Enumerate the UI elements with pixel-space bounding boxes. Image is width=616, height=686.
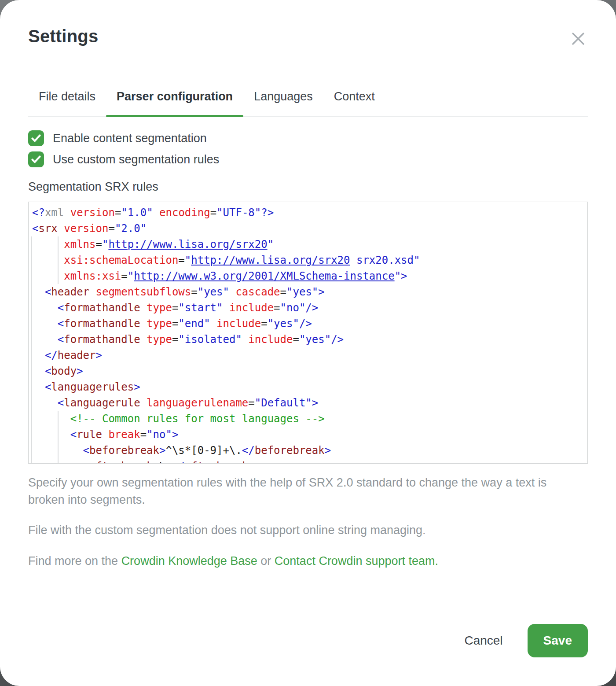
code-line: xsi:schemaLocation="http://www.lisa.org/…: [32, 252, 584, 268]
help-text-online-managing: File with the custom segmentation does n…: [28, 522, 565, 539]
code-content[interactable]: <?xml version="1.0" encoding="UTF-8"?><s…: [29, 202, 587, 464]
code-line: <body>: [32, 363, 584, 379]
code-line: <header segmentsubflows="yes" cascade="y…: [32, 284, 584, 300]
code-line: <rule break="no">: [32, 427, 584, 443]
checkbox-checked[interactable]: [28, 151, 44, 167]
checkmark-icon: [30, 133, 42, 144]
settings-modal: Settings File detailsParser configuratio…: [0, 0, 616, 686]
option-label: Enable content segmentation: [53, 130, 207, 146]
knowledge-base-link[interactable]: Crowdin Knowledge Base: [121, 554, 257, 568]
help-text-segmentation: Specify your own segmentation rules with…: [28, 474, 565, 509]
indent-guide: [58, 411, 59, 463]
code-line: xmlns="http://www.lisa.org/srx20": [32, 236, 584, 252]
find-more-or: or: [257, 554, 275, 568]
tab-languages[interactable]: Languages: [243, 89, 323, 116]
option-row: Enable content segmentation: [28, 130, 588, 146]
checkbox-checked[interactable]: [28, 130, 44, 146]
code-line: xmlns:xsi="http://www.w3.org/2001/XMLSch…: [32, 268, 584, 284]
options-list: Enable content segmentationUse custom se…: [28, 130, 588, 167]
modal-footer: Cancel Save: [455, 624, 588, 657]
option-label: Use custom segmentation rules: [53, 151, 219, 167]
indent-guide: [58, 236, 59, 284]
code-line: <afterbreak>\s</afterbreak>: [32, 458, 584, 464]
code-line: <formathandle type="isolated" include="y…: [32, 332, 584, 347]
close-icon: [570, 31, 586, 47]
modal-title: Settings: [28, 0, 588, 47]
code-line: <?xml version="1.0" encoding="UTF-8"?>: [32, 205, 584, 221]
code-line: <srx version="2.0": [32, 221, 584, 236]
tab-context[interactable]: Context: [323, 89, 385, 116]
checkmark-icon: [30, 154, 42, 165]
editor-label: Segmentation SRX rules: [28, 179, 588, 194]
help-text-find-more: Find more on the Crowdin Knowledge Base …: [28, 553, 565, 570]
find-more-period: .: [435, 554, 439, 568]
close-button[interactable]: [570, 31, 586, 47]
indent-guide: [31, 236, 32, 463]
code-line: </header>: [32, 347, 584, 363]
option-row: Use custom segmentation rules: [28, 151, 588, 167]
code-line: <formathandle type="start" include="no"/…: [32, 300, 584, 316]
find-more-prefix: Find more on the: [28, 554, 121, 568]
tab-file-details[interactable]: File details: [28, 89, 106, 116]
tab-parser-configuration[interactable]: Parser configuration: [106, 89, 243, 116]
contact-support-link[interactable]: Contact Crowdin support team: [275, 554, 435, 568]
code-line: <languagerule languagerulename="Default"…: [32, 395, 584, 411]
tabs: File detailsParser configurationLanguage…: [28, 89, 588, 117]
code-line: <formathandle type="end" include="yes"/>: [32, 316, 584, 332]
code-line: <beforebreak>^\s*[0-9]+\.</beforebreak>: [32, 443, 584, 458]
srx-code-editor[interactable]: <?xml version="1.0" encoding="UTF-8"?><s…: [28, 202, 588, 464]
code-line: <languagerules>: [32, 379, 584, 395]
save-button[interactable]: Save: [528, 624, 588, 657]
code-line: <!-- Common rules for most languages -->: [32, 411, 584, 427]
cancel-button[interactable]: Cancel: [455, 629, 511, 652]
